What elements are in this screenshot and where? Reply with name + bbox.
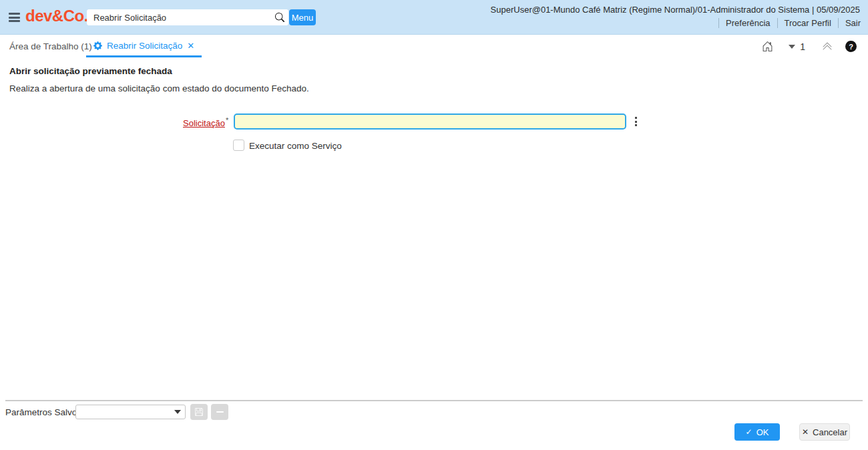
cancel-button-label: Cancelar — [813, 427, 847, 437]
header-links: Preferência Trocar Perfil Sair — [718, 18, 863, 28]
saved-parameters-value — [76, 405, 170, 419]
change-role-link[interactable]: Trocar Perfil — [777, 18, 838, 28]
preference-link[interactable]: Preferência — [718, 18, 777, 28]
menu-button[interactable]: Menu — [289, 9, 316, 25]
user-context-info: SuperUser@01-Mundo Café Matriz (Regime N… — [491, 5, 860, 15]
home-icon[interactable] — [762, 41, 774, 53]
open-windows-count: 1 — [800, 41, 805, 52]
help-icon[interactable]: ? — [845, 41, 857, 52]
saved-parameters-dropdown-button[interactable] — [170, 405, 185, 419]
solicitacao-label[interactable]: Solicitação* — [183, 116, 228, 128]
tab-reabrir-solicitacao[interactable]: Reabrir Solicitação ✕ — [86, 35, 202, 57]
application-window: dev&Co. Menu SuperUser@01-Mundo Café Mat… — [0, 0, 868, 450]
cancel-button[interactable]: ✕ Cancelar — [799, 423, 850, 441]
tab-bar-actions: 1 ? — [762, 35, 857, 57]
ok-button[interactable]: ✓ OK — [734, 423, 780, 441]
save-parameters-button[interactable] — [190, 404, 208, 420]
gear-icon — [93, 41, 102, 50]
minus-icon — [216, 411, 224, 413]
ok-button-label: OK — [756, 427, 769, 437]
collapse-all-icon[interactable] — [822, 41, 833, 52]
required-marker: * — [226, 116, 228, 124]
search-input[interactable] — [87, 9, 271, 25]
x-icon: ✕ — [802, 428, 809, 436]
logout-link[interactable]: Sair — [838, 18, 863, 28]
tab-close-icon[interactable]: ✕ — [187, 41, 194, 50]
run-as-service-checkbox[interactable] — [233, 140, 244, 151]
search-icon — [275, 13, 284, 22]
open-windows-selector[interactable]: 1 — [789, 41, 805, 52]
caret-down-icon — [789, 45, 795, 49]
delete-parameters-button[interactable] — [211, 404, 228, 420]
global-search-group — [87, 9, 288, 25]
footer-divider — [5, 400, 863, 401]
saved-parameters-combobox[interactable] — [75, 405, 186, 419]
saved-parameters-label: Parâmetros Salvos — [5, 407, 81, 417]
hamburger-menu-icon[interactable] — [9, 13, 20, 22]
save-icon — [195, 408, 203, 416]
tab-workspace-label: Área de Trabalho (1) — [9, 41, 92, 51]
search-button[interactable] — [271, 9, 288, 25]
solicitacao-input[interactable] — [234, 114, 626, 130]
process-description: Realiza a abertura de uma solicitação co… — [9, 83, 309, 93]
process-title: Abrir solicitação previamente fechada — [9, 66, 172, 76]
tab-active-label: Reabrir Solicitação — [107, 41, 182, 51]
run-as-service-label: Executar como Serviço — [249, 141, 342, 151]
kebab-menu-icon[interactable] — [635, 117, 638, 126]
top-header-bar: dev&Co. Menu SuperUser@01-Mundo Café Mat… — [0, 0, 868, 35]
check-icon: ✓ — [746, 428, 752, 436]
app-logo[interactable]: dev&Co. — [25, 7, 88, 25]
tab-workspace[interactable]: Área de Trabalho (1) — [9, 35, 92, 57]
tab-bar: Área de Trabalho (1) Reabrir Solicitação… — [0, 35, 868, 57]
combo-caret-icon — [174, 410, 181, 414]
